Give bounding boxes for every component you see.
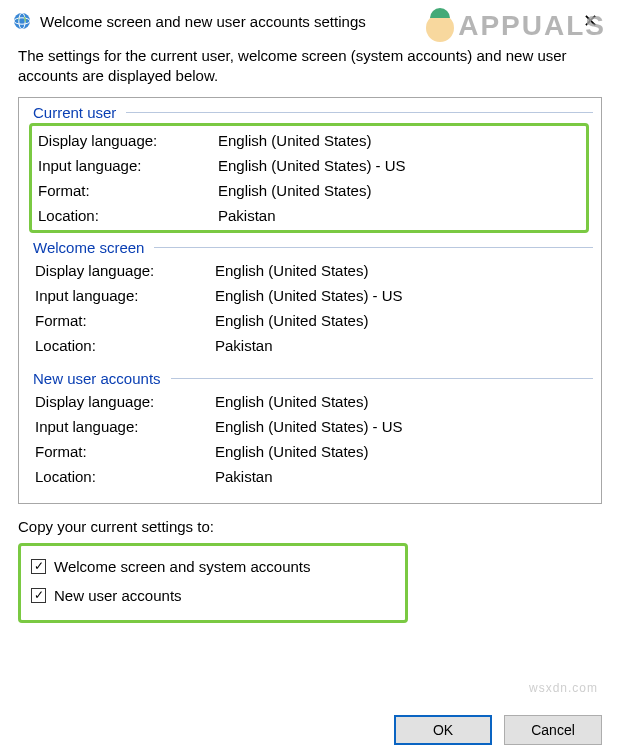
- copy-prompt: Copy your current settings to:: [18, 518, 602, 535]
- label: Input language:: [35, 287, 215, 304]
- row-format: Format:English (United States): [38, 178, 586, 203]
- row-format: Format:English (United States): [35, 308, 593, 333]
- label: Location:: [38, 207, 218, 224]
- section-header-current-user: Current user: [27, 104, 593, 121]
- row-display-language: Display language:English (United States): [35, 389, 593, 414]
- row-location: Location:Pakistan: [35, 333, 593, 358]
- ok-button[interactable]: OK: [394, 715, 492, 745]
- value: English (United States): [215, 262, 593, 279]
- section-title: New user accounts: [27, 370, 165, 387]
- attribution-text: wsxdn.com: [529, 681, 598, 695]
- checkmark-icon: ✓: [31, 588, 46, 603]
- value: English (United States): [215, 393, 593, 410]
- section-title: Current user: [27, 104, 120, 121]
- label: Location:: [35, 337, 215, 354]
- section-header-welcome-screen: Welcome screen: [27, 239, 593, 256]
- settings-panel: Current user Display language:English (U…: [18, 97, 602, 504]
- close-button[interactable]: ✕: [573, 8, 608, 34]
- value: Pakistan: [215, 337, 593, 354]
- globe-icon: [12, 11, 32, 31]
- value: English (United States) - US: [215, 287, 593, 304]
- copy-settings-area: Copy your current settings to: ✓ Welcome…: [0, 504, 620, 623]
- value: English (United States): [215, 443, 593, 460]
- cancel-button[interactable]: Cancel: [504, 715, 602, 745]
- section-title: Welcome screen: [27, 239, 148, 256]
- label: Display language:: [35, 262, 215, 279]
- svg-point-0: [14, 13, 30, 29]
- checkbox-new-user[interactable]: ✓ New user accounts: [31, 581, 395, 610]
- label: Format:: [35, 312, 215, 329]
- value: English (United States) - US: [215, 418, 593, 435]
- label: Format:: [38, 182, 218, 199]
- value: English (United States): [218, 132, 586, 149]
- label: Input language:: [38, 157, 218, 174]
- titlebar: Welcome screen and new user accounts set…: [0, 0, 620, 40]
- copy-checkbox-group: ✓ Welcome screen and system accounts ✓ N…: [18, 543, 408, 623]
- row-input-language: Input language:English (United States) -…: [35, 283, 593, 308]
- value: English (United States) - US: [218, 157, 586, 174]
- value: English (United States): [215, 312, 593, 329]
- current-user-rows: Display language:English (United States)…: [29, 123, 589, 233]
- welcome-screen-rows: Display language:English (United States)…: [27, 256, 593, 364]
- value: Pakistan: [218, 207, 586, 224]
- window-title: Welcome screen and new user accounts set…: [40, 13, 565, 30]
- row-location: Location:Pakistan: [38, 203, 586, 228]
- checkbox-label: Welcome screen and system accounts: [54, 558, 311, 575]
- label: Display language:: [38, 132, 218, 149]
- row-location: Location:Pakistan: [35, 464, 593, 489]
- row-format: Format:English (United States): [35, 439, 593, 464]
- checkbox-welcome-screen[interactable]: ✓ Welcome screen and system accounts: [31, 552, 395, 581]
- description-text: The settings for the current user, welco…: [0, 40, 620, 97]
- section-header-new-user: New user accounts: [27, 370, 593, 387]
- new-user-rows: Display language:English (United States)…: [27, 387, 593, 495]
- row-input-language: Input language:English (United States) -…: [38, 153, 586, 178]
- checkbox-label: New user accounts: [54, 587, 182, 604]
- label: Location:: [35, 468, 215, 485]
- divider: [126, 112, 593, 113]
- row-input-language: Input language:English (United States) -…: [35, 414, 593, 439]
- dialog-buttons: OK Cancel: [394, 715, 602, 745]
- row-display-language: Display language:English (United States): [38, 128, 586, 153]
- label: Format:: [35, 443, 215, 460]
- checkmark-icon: ✓: [31, 559, 46, 574]
- value: Pakistan: [215, 468, 593, 485]
- label: Display language:: [35, 393, 215, 410]
- divider: [154, 247, 593, 248]
- divider: [171, 378, 593, 379]
- row-display-language: Display language:English (United States): [35, 258, 593, 283]
- value: English (United States): [218, 182, 586, 199]
- label: Input language:: [35, 418, 215, 435]
